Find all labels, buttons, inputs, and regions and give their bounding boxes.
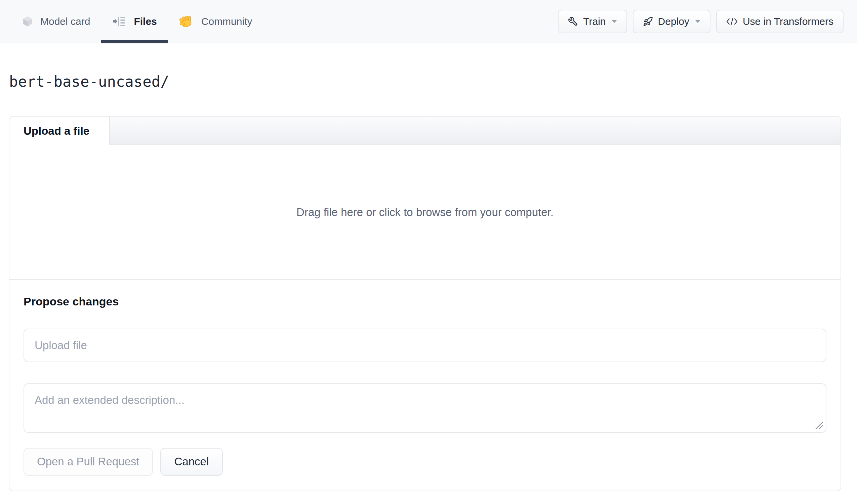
commit-title-input[interactable] xyxy=(23,329,826,362)
upload-file-card: Upload a file Drag file here or click to… xyxy=(9,116,841,491)
propose-changes-heading: Propose changes xyxy=(23,295,826,308)
textarea-resize-handle[interactable] xyxy=(814,421,823,430)
waving-hand-icon xyxy=(179,15,193,28)
form-buttons-row: Open a Pull Request Cancel xyxy=(23,448,826,476)
deploy-button[interactable]: Deploy xyxy=(633,10,710,33)
chevron-down-icon xyxy=(695,20,700,23)
tab-model-card-label: Model card xyxy=(40,16,90,27)
tab-community[interactable]: Community xyxy=(168,0,264,43)
cancel-button[interactable]: Cancel xyxy=(160,448,223,476)
tab-files[interactable]: Files xyxy=(101,0,168,43)
huggingface-repo-page: Model card Files xyxy=(0,0,857,504)
repo-nav-tabs: Model card Files xyxy=(0,0,263,43)
chevron-down-icon xyxy=(612,20,617,23)
files-list-icon xyxy=(112,15,126,28)
train-button-label: Train xyxy=(583,16,606,27)
tab-bar-filler xyxy=(109,117,841,145)
use-in-transformers-button[interactable]: Use in Transformers xyxy=(716,10,843,33)
code-icon xyxy=(726,17,738,26)
tab-upload-a-file[interactable]: Upload a file xyxy=(10,117,109,145)
description-field-wrap xyxy=(23,383,826,433)
breadcrumb-repo-path[interactable]: bert-base-uncased/ xyxy=(9,73,169,90)
tab-files-label: Files xyxy=(134,16,157,27)
wrench-icon xyxy=(568,16,578,27)
deploy-button-label: Deploy xyxy=(658,16,689,27)
propose-changes-section: Propose changes Open a Pull Request Canc… xyxy=(10,295,841,476)
use-in-transformers-label: Use in Transformers xyxy=(743,16,834,27)
cube-icon xyxy=(23,16,32,27)
upload-card-tab-bar: Upload a file xyxy=(10,117,841,145)
repo-action-buttons: Train Deploy xyxy=(558,0,857,43)
tab-model-card[interactable]: Model card xyxy=(12,0,101,43)
repo-navbar: Model card Files xyxy=(0,0,857,43)
tab-community-label: Community xyxy=(201,16,252,27)
open-pull-request-button[interactable]: Open a Pull Request xyxy=(23,448,153,476)
train-button[interactable]: Train xyxy=(558,10,627,33)
extended-description-textarea[interactable] xyxy=(23,383,826,433)
file-dropzone[interactable]: Drag file here or click to browse from y… xyxy=(10,145,841,280)
rocket-icon xyxy=(643,16,653,27)
dropzone-hint-text: Drag file here or click to browse from y… xyxy=(297,206,554,219)
